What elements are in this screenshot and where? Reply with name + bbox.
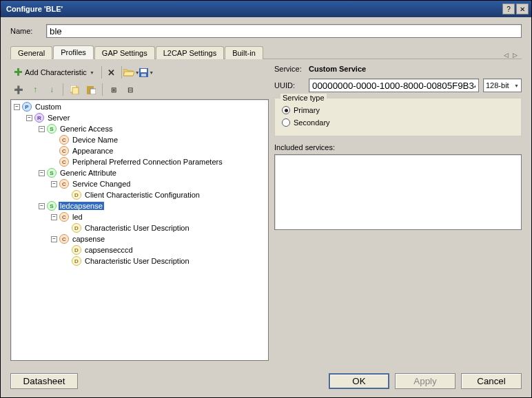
node-type-C-icon: C (59, 157, 69, 167)
tab-nav-left-icon[interactable]: ◁ (502, 52, 510, 59)
save-button[interactable]: ▼ (140, 65, 154, 79)
tree-item[interactable]: −Sledcapsense (12, 200, 267, 211)
plus-icon (14, 68, 23, 76)
node-type-C-icon: C (59, 146, 69, 156)
delete-button[interactable]: ✕ (105, 65, 119, 79)
radio-icon (282, 118, 290, 127)
tab-general[interactable]: General (10, 46, 52, 59)
expander-blank[interactable] (51, 159, 57, 165)
close-button[interactable]: ✕ (516, 3, 529, 14)
tree-item[interactable]: −CService Changed (12, 178, 267, 189)
svg-rect-3 (141, 69, 147, 72)
svg-rect-1 (14, 71, 22, 73)
included-services-listbox[interactable] (274, 154, 522, 230)
radio-primary[interactable]: Primary (282, 104, 514, 116)
tree-item-label: Server (46, 114, 71, 122)
expander-minus-icon[interactable]: − (51, 236, 57, 242)
chevron-down-icon: ▼ (90, 70, 94, 75)
node-type-D-icon: D (72, 223, 81, 233)
radio-secondary[interactable]: Secondary (282, 116, 514, 129)
node-type-C-icon: C (59, 212, 69, 222)
node-type-C-icon: C (59, 179, 69, 189)
move-down-button[interactable]: ↓ (45, 83, 59, 96)
tree-item[interactable]: −Ccapsense (12, 233, 267, 244)
profile-tree[interactable]: −PCustom−RServer−SGeneric AccessCDevice … (10, 99, 269, 361)
ok-button[interactable]: OK (329, 373, 389, 389)
name-label: Name: (10, 27, 46, 35)
tree-item[interactable]: CPeripheral Preferred Connection Paramet… (12, 156, 267, 167)
tree-item-label: Service Changed (71, 180, 132, 188)
tab-profiles[interactable]: Profiles (53, 45, 94, 59)
tree-item[interactable]: −SGeneric Attribute (12, 167, 267, 178)
service-type-group: Service type Primary Secondary (274, 98, 522, 136)
toolbar-secondary: ➕ ↑ ↓ ⊞ ⊟ (10, 81, 269, 99)
expand-all-button[interactable]: ⊞ (107, 83, 121, 96)
expander-minus-icon[interactable]: − (14, 104, 20, 110)
help-button[interactable]: ? (502, 3, 515, 14)
arrow-up-icon: ↑ (33, 85, 37, 94)
node-type-S-icon: S (47, 201, 57, 211)
tree-item[interactable]: −PCustom (12, 101, 267, 112)
details-panel: Service: Custom Service UUID: 128-bit ▼ … (274, 63, 522, 361)
tree-item-label: Generic Attribute (59, 169, 118, 177)
tree-item[interactable]: −Cled (12, 211, 267, 222)
tab-built-in[interactable]: Built-in (225, 46, 263, 59)
add-characteristic-button[interactable]: Add Characteristic ▼ (10, 66, 99, 78)
expander-minus-icon[interactable]: − (26, 115, 32, 121)
add-item-button[interactable]: ➕ (12, 83, 25, 96)
tab-l2cap-settings[interactable]: L2CAP Settings (156, 46, 224, 59)
expander-minus-icon[interactable]: − (51, 214, 57, 220)
tree-item[interactable]: DCharacteristic User Description (12, 222, 267, 233)
tree-item-label: capsense (71, 235, 106, 243)
expander-minus-icon[interactable]: − (39, 126, 45, 132)
expander-minus-icon[interactable]: − (39, 203, 45, 209)
tree-item[interactable]: −SGeneric Access (12, 123, 267, 134)
expander-minus-icon[interactable]: − (51, 181, 57, 187)
expander-minus-icon[interactable]: − (39, 170, 45, 176)
tree-item[interactable]: CDevice Name (12, 134, 267, 145)
node-type-S-icon: S (47, 168, 57, 178)
tab-nav-right-icon[interactable]: ▷ (511, 52, 519, 59)
move-up-button[interactable]: ↑ (28, 83, 42, 96)
svg-rect-8 (90, 89, 96, 94)
tree-item[interactable]: DClient Characteristic Configuration (12, 189, 267, 200)
node-type-C-icon: C (59, 135, 69, 145)
expander-blank[interactable] (63, 192, 70, 198)
tree-item[interactable]: −RServer (12, 112, 267, 123)
tree-collapse-icon: ⊟ (127, 86, 133, 94)
tree-item[interactable]: CAppearance (12, 145, 267, 156)
node-type-D-icon: D (72, 245, 81, 255)
tree-item-label: Device Name (71, 136, 119, 144)
tree-item-label: ledcapsense (59, 202, 104, 210)
expander-blank[interactable] (51, 137, 57, 143)
cancel-button[interactable]: Cancel (461, 373, 522, 389)
tab-gap-settings[interactable]: GAP Settings (94, 46, 155, 59)
copy-icon (70, 85, 79, 94)
expander-blank[interactable] (63, 247, 70, 253)
expander-blank[interactable] (63, 258, 70, 264)
tree-item-label: Characteristic User Description (83, 224, 191, 232)
tree-item-label: led (71, 213, 84, 221)
expander-blank[interactable] (63, 225, 70, 231)
expander-blank[interactable] (51, 148, 57, 154)
collapse-all-button[interactable]: ⊟ (123, 83, 137, 96)
open-folder-button[interactable]: ▼ (125, 65, 139, 79)
node-type-C-icon: C (59, 234, 69, 244)
paste-button[interactable] (84, 83, 98, 96)
svg-rect-4 (141, 74, 146, 76)
name-input[interactable] (46, 24, 522, 38)
tree-item[interactable]: Dcapsensecccd (12, 244, 267, 255)
tree-item-label: Custom (34, 103, 63, 111)
uuid-input[interactable] (309, 78, 479, 92)
apply-button[interactable]: Apply (395, 373, 456, 389)
svg-rect-6 (72, 87, 79, 94)
tree-item-label: Peripheral Preferred Connection Paramete… (71, 158, 224, 166)
node-type-D-icon: D (72, 256, 81, 266)
node-type-D-icon: D (72, 190, 81, 200)
uuid-bits-dropdown[interactable]: 128-bit ▼ (483, 78, 522, 92)
tree-item[interactable]: DCharacteristic User Description (12, 255, 267, 266)
datasheet-button[interactable]: Datasheet (10, 373, 78, 389)
window-title: Configure 'BLE' (3, 5, 501, 13)
copy-button[interactable] (68, 83, 81, 96)
node-type-S-icon: S (47, 124, 57, 134)
